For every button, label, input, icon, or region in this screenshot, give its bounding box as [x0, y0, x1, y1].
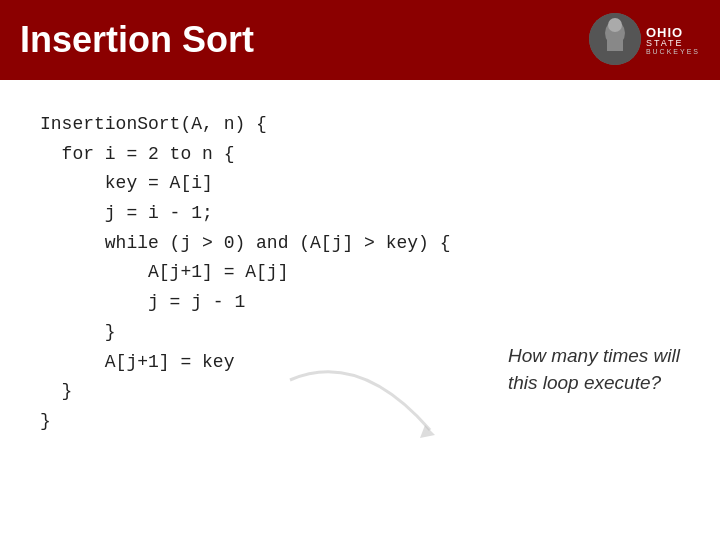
slide-content: InsertionSort(A, n) { for i = 2 to n { k… — [0, 80, 720, 457]
code-line-7: j = j - 1 — [40, 288, 680, 318]
svg-rect-3 — [607, 37, 623, 51]
slide-title: Insertion Sort — [20, 19, 254, 61]
svg-point-2 — [608, 18, 622, 32]
code-line-4: j = i - 1; — [40, 199, 680, 229]
logo-area: OHIO STATE BUCKEYES — [589, 13, 700, 67]
logo-text-block: OHIO STATE BUCKEYES — [646, 26, 700, 55]
code-line-1: InsertionSort(A, n) { — [40, 110, 680, 140]
code-line-6: A[j+1] = A[j] — [40, 258, 680, 288]
slide: Insertion Sort OHIO STATE BUCKEYES — [0, 0, 720, 540]
annotation-line1: How many times will — [508, 345, 680, 366]
code-line-3: key = A[i] — [40, 169, 680, 199]
logo-wrapper: OHIO STATE BUCKEYES — [589, 13, 700, 67]
code-line-11: } — [40, 407, 680, 437]
logo-buckeyes: BUCKEYES — [646, 48, 700, 55]
osu-mascot-icon — [589, 13, 641, 65]
code-line-2: for i = 2 to n { — [40, 140, 680, 170]
logo-ohio: OHIO — [646, 26, 683, 39]
code-line-5: while (j > 0) and (A[j] > key) { — [40, 229, 680, 259]
annotation: How many times will this loop execute? — [508, 343, 680, 396]
header-bar: Insertion Sort OHIO STATE BUCKEYES — [0, 0, 720, 80]
annotation-line2: this loop execute? — [508, 372, 661, 393]
logo-state: STATE — [646, 39, 684, 48]
